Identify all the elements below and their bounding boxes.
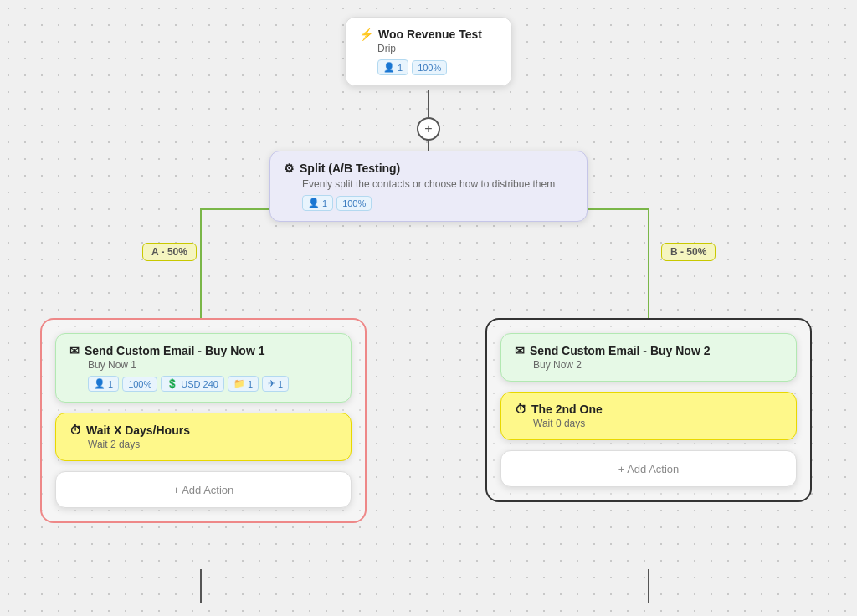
left-wait-subtitle: Wait 2 days	[88, 439, 337, 450]
root-node-badges: 👤 1 100%	[377, 59, 498, 75]
left-email-users-badge: 👤 1	[88, 376, 119, 392]
left-email-subtitle: Buy Now 1	[88, 359, 337, 371]
left-email-send-badge: ✈ 1	[262, 376, 289, 392]
left-email-node[interactable]: ✉ Send Custom Email - Buy Now 1 Buy Now …	[55, 333, 352, 403]
right-email-icon: ✉	[515, 344, 525, 357]
right-wait-subtitle: Wait 0 days	[533, 418, 783, 429]
root-node[interactable]: ⚡ Woo Revenue Test Drip 👤 1 100%	[345, 17, 512, 86]
left-email-title: ✉ Send Custom Email - Buy Now 1	[69, 344, 337, 357]
root-icon: ⚡	[359, 28, 373, 41]
left-wait-icon: ⏱	[69, 424, 81, 437]
left-branch-container: ✉ Send Custom Email - Buy Now 1 Buy Now …	[40, 318, 367, 523]
right-wait-node[interactable]: ⏱ The 2nd One Wait 0 days	[500, 392, 797, 440]
root-node-subtitle: Drip	[377, 43, 498, 54]
split-node-badges: 👤 1 100%	[302, 195, 573, 211]
split-users-badge: 👤 1	[302, 195, 333, 211]
split-pct-badge: 100%	[336, 196, 372, 211]
root-pct-badge: 100%	[412, 60, 447, 75]
root-users-badge: 👤 1	[377, 59, 408, 75]
split-label-b: B - 50%	[661, 243, 716, 261]
right-wait-icon: ⏱	[515, 403, 526, 416]
left-wait-title: ⏱ Wait X Days/Hours	[69, 424, 337, 437]
split-node-description: Evenly split the contacts or choose how …	[302, 178, 573, 190]
split-node-title: ⚙ Split (A/B Testing)	[284, 162, 573, 175]
left-email-badges: 👤 1 100% 💲 USD 240 📁 1 ✈ 1	[88, 376, 337, 392]
right-email-subtitle: Buy Now 2	[533, 359, 783, 371]
left-email-pct-badge: 100%	[122, 377, 157, 392]
split-node[interactable]: ⚙ Split (A/B Testing) Evenly split the c…	[269, 151, 588, 222]
right-branch-container: ✉ Send Custom Email - Buy Now 2 Buy Now …	[485, 318, 812, 502]
right-wait-title: ⏱ The 2nd One	[515, 403, 783, 416]
right-add-action-button[interactable]: + Add Action	[500, 450, 797, 487]
root-node-title: ⚡ Woo Revenue Test	[359, 28, 498, 41]
left-email-icon: ✉	[69, 344, 80, 357]
split-label-a: A - 50%	[142, 243, 197, 261]
right-email-node[interactable]: ✉ Send Custom Email - Buy Now 2 Buy Now …	[500, 333, 797, 382]
workflow-canvas: ⚡ Woo Revenue Test Drip 👤 1 100% + ⚙ Spl…	[0, 0, 857, 616]
left-wait-node[interactable]: ⏱ Wait X Days/Hours Wait 2 days	[55, 413, 352, 461]
connector-lines	[0, 0, 857, 616]
left-email-folder-badge: 📁 1	[228, 376, 259, 392]
right-email-title: ✉ Send Custom Email - Buy Now 2	[515, 344, 783, 357]
split-icon: ⚙	[284, 162, 295, 175]
left-email-usd-badge: 💲 USD 240	[161, 376, 224, 392]
left-add-action-button[interactable]: + Add Action	[55, 471, 352, 508]
add-node-button[interactable]: +	[417, 117, 440, 141]
